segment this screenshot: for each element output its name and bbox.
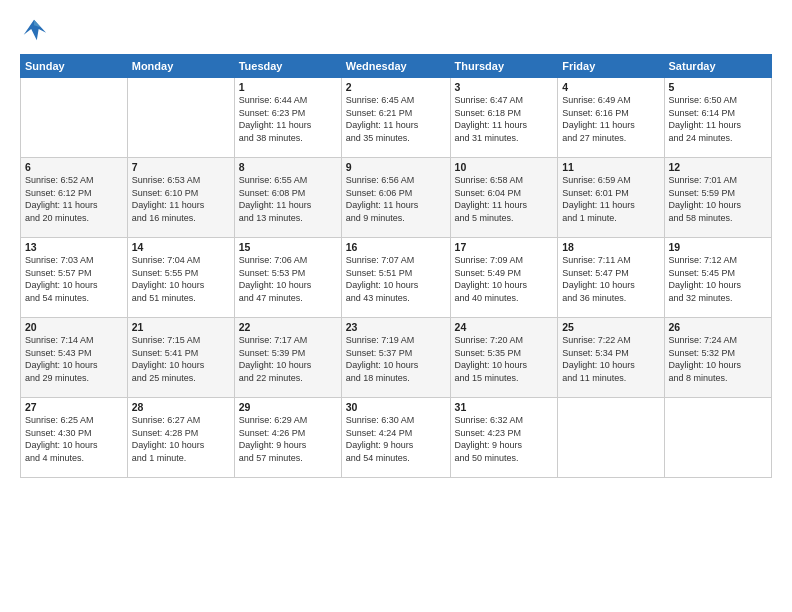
day-detail: Sunrise: 7:20 AM Sunset: 5:35 PM Dayligh… bbox=[455, 334, 554, 384]
header-cell-monday: Monday bbox=[127, 55, 234, 78]
day-number: 29 bbox=[239, 401, 337, 413]
day-cell: 17Sunrise: 7:09 AM Sunset: 5:49 PM Dayli… bbox=[450, 238, 558, 318]
day-number: 6 bbox=[25, 161, 123, 173]
day-detail: Sunrise: 7:24 AM Sunset: 5:32 PM Dayligh… bbox=[669, 334, 767, 384]
calendar-table: SundayMondayTuesdayWednesdayThursdayFrid… bbox=[20, 54, 772, 478]
day-number: 27 bbox=[25, 401, 123, 413]
day-cell: 4Sunrise: 6:49 AM Sunset: 6:16 PM Daylig… bbox=[558, 78, 664, 158]
day-detail: Sunrise: 7:17 AM Sunset: 5:39 PM Dayligh… bbox=[239, 334, 337, 384]
day-cell: 26Sunrise: 7:24 AM Sunset: 5:32 PM Dayli… bbox=[664, 318, 771, 398]
day-cell: 28Sunrise: 6:27 AM Sunset: 4:28 PM Dayli… bbox=[127, 398, 234, 478]
day-cell: 27Sunrise: 6:25 AM Sunset: 4:30 PM Dayli… bbox=[21, 398, 128, 478]
day-number: 5 bbox=[669, 81, 767, 93]
day-cell: 9Sunrise: 6:56 AM Sunset: 6:06 PM Daylig… bbox=[341, 158, 450, 238]
day-detail: Sunrise: 6:55 AM Sunset: 6:08 PM Dayligh… bbox=[239, 174, 337, 224]
day-cell: 18Sunrise: 7:11 AM Sunset: 5:47 PM Dayli… bbox=[558, 238, 664, 318]
header-cell-thursday: Thursday bbox=[450, 55, 558, 78]
day-number: 20 bbox=[25, 321, 123, 333]
day-cell bbox=[664, 398, 771, 478]
week-row-2: 13Sunrise: 7:03 AM Sunset: 5:57 PM Dayli… bbox=[21, 238, 772, 318]
calendar-header: SundayMondayTuesdayWednesdayThursdayFrid… bbox=[21, 55, 772, 78]
day-cell: 8Sunrise: 6:55 AM Sunset: 6:08 PM Daylig… bbox=[234, 158, 341, 238]
day-number: 25 bbox=[562, 321, 659, 333]
day-cell: 23Sunrise: 7:19 AM Sunset: 5:37 PM Dayli… bbox=[341, 318, 450, 398]
header-cell-saturday: Saturday bbox=[664, 55, 771, 78]
day-number: 13 bbox=[25, 241, 123, 253]
day-detail: Sunrise: 6:49 AM Sunset: 6:16 PM Dayligh… bbox=[562, 94, 659, 144]
week-row-1: 6Sunrise: 6:52 AM Sunset: 6:12 PM Daylig… bbox=[21, 158, 772, 238]
day-cell: 5Sunrise: 6:50 AM Sunset: 6:14 PM Daylig… bbox=[664, 78, 771, 158]
day-detail: Sunrise: 7:06 AM Sunset: 5:53 PM Dayligh… bbox=[239, 254, 337, 304]
day-detail: Sunrise: 6:52 AM Sunset: 6:12 PM Dayligh… bbox=[25, 174, 123, 224]
day-number: 9 bbox=[346, 161, 446, 173]
day-detail: Sunrise: 6:56 AM Sunset: 6:06 PM Dayligh… bbox=[346, 174, 446, 224]
week-row-3: 20Sunrise: 7:14 AM Sunset: 5:43 PM Dayli… bbox=[21, 318, 772, 398]
calendar-body: 1Sunrise: 6:44 AM Sunset: 6:23 PM Daylig… bbox=[21, 78, 772, 478]
day-number: 30 bbox=[346, 401, 446, 413]
day-detail: Sunrise: 7:22 AM Sunset: 5:34 PM Dayligh… bbox=[562, 334, 659, 384]
day-number: 21 bbox=[132, 321, 230, 333]
day-cell: 12Sunrise: 7:01 AM Sunset: 5:59 PM Dayli… bbox=[664, 158, 771, 238]
day-cell: 29Sunrise: 6:29 AM Sunset: 4:26 PM Dayli… bbox=[234, 398, 341, 478]
day-detail: Sunrise: 6:58 AM Sunset: 6:04 PM Dayligh… bbox=[455, 174, 554, 224]
day-cell: 16Sunrise: 7:07 AM Sunset: 5:51 PM Dayli… bbox=[341, 238, 450, 318]
day-cell: 10Sunrise: 6:58 AM Sunset: 6:04 PM Dayli… bbox=[450, 158, 558, 238]
week-row-4: 27Sunrise: 6:25 AM Sunset: 4:30 PM Dayli… bbox=[21, 398, 772, 478]
day-detail: Sunrise: 7:09 AM Sunset: 5:49 PM Dayligh… bbox=[455, 254, 554, 304]
day-cell bbox=[127, 78, 234, 158]
day-number: 4 bbox=[562, 81, 659, 93]
day-number: 10 bbox=[455, 161, 554, 173]
day-cell: 22Sunrise: 7:17 AM Sunset: 5:39 PM Dayli… bbox=[234, 318, 341, 398]
header bbox=[20, 16, 772, 44]
day-detail: Sunrise: 6:27 AM Sunset: 4:28 PM Dayligh… bbox=[132, 414, 230, 464]
day-detail: Sunrise: 6:25 AM Sunset: 4:30 PM Dayligh… bbox=[25, 414, 123, 464]
day-cell bbox=[21, 78, 128, 158]
day-cell: 21Sunrise: 7:15 AM Sunset: 5:41 PM Dayli… bbox=[127, 318, 234, 398]
day-number: 22 bbox=[239, 321, 337, 333]
day-detail: Sunrise: 6:45 AM Sunset: 6:21 PM Dayligh… bbox=[346, 94, 446, 144]
day-detail: Sunrise: 7:15 AM Sunset: 5:41 PM Dayligh… bbox=[132, 334, 230, 384]
header-cell-sunday: Sunday bbox=[21, 55, 128, 78]
day-cell: 1Sunrise: 6:44 AM Sunset: 6:23 PM Daylig… bbox=[234, 78, 341, 158]
day-detail: Sunrise: 6:47 AM Sunset: 6:18 PM Dayligh… bbox=[455, 94, 554, 144]
day-cell: 20Sunrise: 7:14 AM Sunset: 5:43 PM Dayli… bbox=[21, 318, 128, 398]
day-detail: Sunrise: 7:07 AM Sunset: 5:51 PM Dayligh… bbox=[346, 254, 446, 304]
day-detail: Sunrise: 6:32 AM Sunset: 4:23 PM Dayligh… bbox=[455, 414, 554, 464]
day-number: 1 bbox=[239, 81, 337, 93]
day-detail: Sunrise: 6:53 AM Sunset: 6:10 PM Dayligh… bbox=[132, 174, 230, 224]
day-detail: Sunrise: 6:59 AM Sunset: 6:01 PM Dayligh… bbox=[562, 174, 659, 224]
day-detail: Sunrise: 7:19 AM Sunset: 5:37 PM Dayligh… bbox=[346, 334, 446, 384]
day-number: 18 bbox=[562, 241, 659, 253]
day-number: 8 bbox=[239, 161, 337, 173]
day-detail: Sunrise: 6:44 AM Sunset: 6:23 PM Dayligh… bbox=[239, 94, 337, 144]
header-cell-wednesday: Wednesday bbox=[341, 55, 450, 78]
day-detail: Sunrise: 7:01 AM Sunset: 5:59 PM Dayligh… bbox=[669, 174, 767, 224]
day-number: 31 bbox=[455, 401, 554, 413]
day-number: 28 bbox=[132, 401, 230, 413]
day-cell bbox=[558, 398, 664, 478]
page: SundayMondayTuesdayWednesdayThursdayFrid… bbox=[0, 0, 792, 612]
day-cell: 2Sunrise: 6:45 AM Sunset: 6:21 PM Daylig… bbox=[341, 78, 450, 158]
day-cell: 7Sunrise: 6:53 AM Sunset: 6:10 PM Daylig… bbox=[127, 158, 234, 238]
day-cell: 19Sunrise: 7:12 AM Sunset: 5:45 PM Dayli… bbox=[664, 238, 771, 318]
day-detail: Sunrise: 7:12 AM Sunset: 5:45 PM Dayligh… bbox=[669, 254, 767, 304]
day-detail: Sunrise: 7:03 AM Sunset: 5:57 PM Dayligh… bbox=[25, 254, 123, 304]
day-number: 19 bbox=[669, 241, 767, 253]
header-cell-friday: Friday bbox=[558, 55, 664, 78]
day-number: 26 bbox=[669, 321, 767, 333]
day-cell: 25Sunrise: 7:22 AM Sunset: 5:34 PM Dayli… bbox=[558, 318, 664, 398]
week-row-0: 1Sunrise: 6:44 AM Sunset: 6:23 PM Daylig… bbox=[21, 78, 772, 158]
day-detail: Sunrise: 6:29 AM Sunset: 4:26 PM Dayligh… bbox=[239, 414, 337, 464]
day-number: 3 bbox=[455, 81, 554, 93]
day-detail: Sunrise: 7:14 AM Sunset: 5:43 PM Dayligh… bbox=[25, 334, 123, 384]
day-number: 17 bbox=[455, 241, 554, 253]
day-number: 14 bbox=[132, 241, 230, 253]
day-number: 7 bbox=[132, 161, 230, 173]
day-cell: 11Sunrise: 6:59 AM Sunset: 6:01 PM Dayli… bbox=[558, 158, 664, 238]
day-cell: 30Sunrise: 6:30 AM Sunset: 4:24 PM Dayli… bbox=[341, 398, 450, 478]
logo bbox=[20, 16, 52, 44]
logo-icon bbox=[20, 16, 48, 44]
header-row: SundayMondayTuesdayWednesdayThursdayFrid… bbox=[21, 55, 772, 78]
day-cell: 24Sunrise: 7:20 AM Sunset: 5:35 PM Dayli… bbox=[450, 318, 558, 398]
day-number: 16 bbox=[346, 241, 446, 253]
